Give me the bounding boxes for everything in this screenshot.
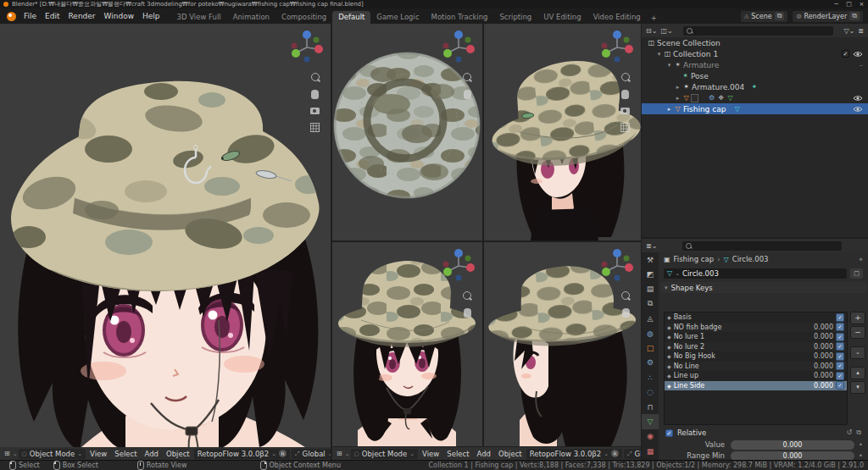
tab-material[interactable]: ◉ (642, 429, 659, 444)
datablock-name-field[interactable]: ▽ ⌄ Circle.003 (664, 268, 847, 279)
tab-scripting[interactable]: Scripting (493, 11, 537, 24)
viewport-front[interactable] (332, 242, 482, 446)
disclosure-icon[interactable]: ▸ (665, 106, 673, 113)
viewport-perspective[interactable] (484, 24, 641, 241)
transform-orientation-selector[interactable]: ⤢ Global ⌄ (292, 449, 331, 459)
shape-key-checkbox[interactable]: ✓ (836, 372, 844, 380)
pan-hand-icon[interactable] (464, 308, 471, 318)
outliner-search-input[interactable] (683, 26, 834, 36)
mode-selector[interactable]: ○ Object Mode ⌄ (351, 449, 419, 459)
tab-constraints[interactable]: ⊓ (642, 400, 659, 414)
shape-key-specials-button[interactable]: ⌄ (850, 346, 865, 359)
pan-hand-icon[interactable] (621, 90, 629, 99)
tab-texture[interactable]: ▦ (642, 444, 659, 458)
editor-type-dropdown-icon[interactable]: ⌄ (345, 451, 350, 457)
zoom-icon[interactable] (463, 291, 471, 300)
menu-object[interactable]: Object (495, 450, 526, 458)
tab-object-data[interactable]: ▽ (642, 414, 659, 429)
tab-3d-view-full[interactable]: 3D View Full (171, 11, 227, 24)
menu-render[interactable]: Render (64, 12, 100, 20)
menu-window[interactable]: Window (100, 12, 139, 20)
range-min-slider[interactable]: 0.000 (731, 451, 854, 461)
tab-particles[interactable]: ∴ (642, 370, 659, 384)
properties-editor-icon[interactable]: ≣⌄ (646, 242, 657, 250)
properties-search-input[interactable] (682, 241, 842, 251)
shape-key-value[interactable]: 0.000 (803, 362, 833, 370)
shape-key-row-basis[interactable]: ◆ Basis ✓ (665, 312, 847, 323)
shape-key-checkbox[interactable]: ✓ (836, 362, 844, 370)
tab-scene[interactable]: ◬ (642, 312, 659, 326)
outliner-filter-icon[interactable]: ⊟⌄ (646, 27, 657, 35)
tab-tool[interactable]: ⚒ (642, 252, 659, 267)
breadcrumb-data[interactable]: Circle.003 (732, 255, 769, 263)
zoom-icon[interactable] (463, 73, 471, 81)
visibility-eye-icon[interactable] (853, 106, 863, 113)
viewport-side[interactable] (484, 242, 641, 446)
tab-render[interactable]: ◩ (642, 267, 659, 281)
visibility-eye-icon[interactable] (853, 95, 863, 102)
tab-motion-tracking[interactable]: Motion Tracking (426, 11, 494, 24)
tab-compositing[interactable]: Compositing (275, 11, 332, 24)
shape-key-checkbox[interactable]: ✓ (836, 352, 844, 361)
shape-key-row-no-line[interactable]: ◆ No Line 0.000 ✓ (665, 362, 847, 372)
editor-type-icon[interactable]: ⊞ (335, 450, 344, 457)
shape-key-value[interactable]: 0.000 (803, 323, 833, 331)
disclosure-icon[interactable]: ▾ (655, 51, 663, 58)
outliner-display-mode-icon[interactable]: ◫⌄ (660, 27, 672, 35)
retopoflow-menu[interactable]: RetopoFlow 3.0.0β2 ⌄ R (526, 449, 622, 459)
outliner-row-mesh-object[interactable]: ▸ ▽ ⚙ ❖ ▽ (642, 92, 868, 103)
transform-orientation-selector[interactable]: ⤢ Global ⌄ (624, 449, 641, 459)
menu-view[interactable]: View (86, 450, 110, 458)
add-workspace-button[interactable]: + (647, 12, 661, 24)
breadcrumb-object[interactable]: Fishing cap (674, 255, 715, 263)
menu-object[interactable]: Object (163, 450, 193, 458)
pan-hand-icon[interactable] (311, 90, 319, 99)
fake-user-shield-button[interactable]: □ (850, 268, 863, 279)
shape-key-row-no-fish-badge[interactable]: ◆ NO fish badge 0.000 ✓ (665, 323, 847, 333)
keyframe-dot-icon[interactable]: • (859, 441, 863, 449)
renderlayer-selector[interactable]: ◍ RenderLayer ⧉ (793, 11, 863, 22)
menu-select[interactable]: Select (443, 450, 472, 458)
navigation-gizmo[interactable] (598, 247, 636, 285)
shape-key-row-line-up[interactable]: ◆ Line up 0.000 ✓ (665, 371, 847, 381)
outliner-row-collection-1[interactable]: ▾ ◫ Collection 1 ✓ (642, 48, 868, 59)
viewport-main[interactable] (0, 24, 331, 447)
remove-shape-key-button[interactable]: − (850, 326, 865, 339)
navigation-gizmo[interactable] (440, 247, 477, 285)
outliner-row-armature[interactable]: ▾ ✶ Armature ⌣ (642, 59, 868, 70)
shape-keys-section-header[interactable]: ▾ Shape Keys (660, 282, 866, 293)
zoom-icon[interactable] (621, 73, 630, 81)
outliner-row-scene-collection[interactable]: ◫ Scene Collection (642, 37, 868, 48)
mode-selector[interactable]: ○ Object Mode ⌄ (19, 449, 86, 459)
tab-default[interactable]: Default (332, 11, 370, 24)
shape-key-checkbox[interactable]: ✓ (836, 313, 844, 322)
tab-uv-editing[interactable]: UV Editing (537, 11, 587, 24)
disclosure-icon[interactable]: ▸ (674, 84, 682, 91)
pan-hand-icon[interactable] (622, 308, 630, 318)
menu-select[interactable]: Select (111, 450, 140, 458)
tab-output[interactable]: ▤ (642, 282, 659, 296)
tab-physics[interactable]: ◌ (642, 385, 659, 400)
browse-scene-icon[interactable]: ⧉ (775, 12, 785, 20)
editor-type-icon[interactable]: ⊞ (3, 450, 12, 457)
shape-key-value[interactable]: 0.000 (803, 382, 833, 390)
menu-file[interactable]: File (19, 12, 41, 20)
menu-edit[interactable]: Edit (41, 12, 64, 20)
navigation-gizmo[interactable] (288, 29, 326, 66)
minimize-button[interactable]: ─ (830, 1, 843, 8)
shape-key-value[interactable]: 0.000 (803, 352, 833, 360)
shape-key-value[interactable]: 0.000 (803, 372, 833, 379)
outliner-row-pose[interactable]: ✶ Pose (642, 70, 868, 81)
shape-key-checkbox[interactable]: ✓ (836, 323, 844, 331)
shape-key-checkbox[interactable]: ✓ (836, 342, 844, 351)
shape-key-row-no-big-hook[interactable]: ◆ No Big Hook 0.000 ✓ (665, 351, 847, 362)
keyframe-dot-icon[interactable]: • (859, 452, 863, 460)
retopoflow-menu[interactable]: RetopoFlow 3.0.0β2 ⌄ R (194, 449, 290, 459)
outliner-row-armature-004[interactable]: ▸ ✶ Armature.004 ✦ (642, 81, 868, 92)
navigation-gizmo[interactable] (598, 29, 636, 66)
scene-selector[interactable]: ◬ Scene ⧉ (741, 11, 788, 22)
copy-icon[interactable]: ⧉ (856, 429, 861, 437)
relative-checkbox[interactable]: ✓ (665, 429, 673, 437)
move-up-button[interactable]: ▴ (850, 367, 865, 379)
pan-hand-icon[interactable] (464, 90, 471, 99)
